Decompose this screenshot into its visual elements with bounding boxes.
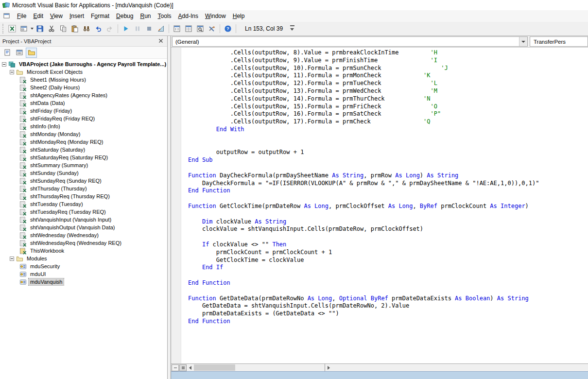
procedure-view-button[interactable]	[172, 364, 179, 371]
tree-item-shtsunday[interactable]: shtSunday (Sunday)	[0, 169, 167, 177]
run-button[interactable]	[120, 23, 132, 34]
insert-userform-button[interactable]	[18, 23, 30, 34]
tree-item-modules[interactable]: Modules	[0, 255, 167, 262]
tree-item-shttuesdayreq[interactable]: shtTuesdayReq (Tuesday REQ)	[0, 208, 167, 216]
toggle-folders-button[interactable]	[26, 48, 37, 58]
view-object-button[interactable]	[14, 48, 25, 58]
child-window-icon[interactable]	[3, 12, 11, 20]
tree-item-shtfriday[interactable]: shtFriday (Friday)	[0, 107, 167, 115]
code-line: Function GetClockTime(prmDateRow As Long…	[188, 203, 588, 210]
excel-sheet-icon	[19, 177, 27, 185]
menu-file[interactable]: File	[14, 11, 30, 21]
view-code-button[interactable]	[1, 48, 13, 58]
save-button[interactable]	[34, 23, 46, 34]
close-icon[interactable]	[157, 37, 165, 45]
excel-sheet-icon	[19, 123, 27, 130]
tree-item-shtvanquishoutput[interactable]: shtVanquishOutput (Vanquish Data)	[0, 224, 167, 231]
collapse-icon[interactable]	[10, 70, 14, 74]
menu-tools[interactable]: Tools	[155, 11, 175, 21]
design-mode-button[interactable]	[155, 23, 167, 34]
tree-item-shtvanquishinput[interactable]: shtVanquishInput (Vanquish Input)	[0, 216, 167, 224]
excel-sheet-icon	[19, 162, 27, 169]
vba-app-icon	[2, 1, 10, 9]
tree-item-mdusecurity[interactable]: mduSecurity	[0, 262, 167, 270]
menu-edit[interactable]: Edit	[30, 11, 47, 21]
tree-item-shtagencyrates[interactable]: shtAgencyRates (Agency Rates)	[0, 91, 167, 99]
tree-item-shtthursdayreq[interactable]: shtThursdayReq (Thursday REQ)	[0, 192, 167, 200]
menu-debug[interactable]: Debug	[113, 11, 137, 21]
code-line	[188, 134, 588, 141]
design-icon	[157, 25, 165, 33]
chevron-down-icon[interactable]	[519, 37, 527, 46]
tree-item-mduui[interactable]: mduUI	[0, 270, 167, 278]
chevron-down-icon[interactable]	[30, 23, 34, 34]
tree-item-shtinfo[interactable]: shtInfo (Info)	[0, 122, 167, 130]
tree-item-shtfridayreq[interactable]: shtFridayReq (Friday REQ)	[0, 115, 167, 122]
menu-view[interactable]: View	[47, 11, 66, 21]
tree-item-label: shtTuesdayReq (Tuesday REQ)	[29, 208, 107, 215]
tree-item-shttuesday[interactable]: shtTuesday (Tuesday)	[0, 200, 167, 208]
view-microsoft-excel-button[interactable]	[6, 23, 18, 34]
userform-icon	[20, 25, 28, 33]
tree-item-shtsummary[interactable]: shtSummary (Summary)	[0, 161, 167, 169]
tree-item-shtthursday[interactable]: shtThursday (Thursday)	[0, 185, 167, 192]
menu-window[interactable]: Window	[202, 11, 229, 21]
tree-item-label: ThisWorkbook	[29, 247, 66, 254]
cut-button[interactable]	[46, 23, 57, 34]
menu-help[interactable]: Help	[229, 11, 248, 21]
tree-item-sheet2[interactable]: Sheet2 (Daily Hours)	[0, 84, 167, 91]
object-dropdown[interactable]: (General)	[172, 36, 528, 47]
view-code-icon	[3, 49, 11, 56]
tree-item-shtsaturday[interactable]: shtSaturday (Saturday)	[0, 146, 167, 154]
scroll-right-arrow[interactable]	[325, 364, 332, 371]
scrollbar-thumb[interactable]	[194, 364, 235, 371]
full-module-view-button[interactable]	[179, 364, 187, 371]
tree-item-shtwednesdayreq[interactable]: shtWednesdayReq (Wednesday REQ)	[0, 239, 167, 247]
code-line: If clockValue <> "" Then	[188, 241, 588, 249]
toolbar-options-button[interactable]	[289, 24, 296, 34]
tree-item-label: mduUI	[29, 271, 47, 277]
menu-insert[interactable]: Insert	[66, 11, 87, 21]
tree-item-shtwednesday[interactable]: shtWednesday (Wednesday)	[0, 231, 167, 239]
tree-item-label: Sheet2 (Daily Hours)	[29, 84, 81, 91]
tree-item-label: shtTuesday (Tuesday)	[29, 201, 85, 207]
collapse-icon[interactable]	[2, 62, 6, 67]
code-line: End Function	[188, 187, 588, 195]
tree-item-shtdata[interactable]: shtData (Data)	[0, 99, 167, 107]
main-toolbar: ? Ln 153, Col 39	[0, 22, 588, 35]
tree-item-label: Microsoft Excel Objects	[25, 69, 84, 75]
tree-item-shtmondayreq[interactable]: shtMondayReq (Monday REQ)	[0, 138, 167, 146]
tree-item-thisworkbook[interactable]: ThisWorkbook	[0, 247, 167, 255]
tree-item-microsoft[interactable]: Microsoft Excel Objects	[0, 68, 167, 76]
properties-window-button[interactable]	[183, 23, 194, 34]
tree-item-shtsaturdayreq[interactable]: shtSaturdayReq (Saturday REQ)	[0, 154, 167, 161]
tree-item-sheet1[interactable]: Sheet1 (Missing Hours)	[0, 76, 167, 84]
menu-format[interactable]: Format	[87, 11, 113, 21]
menu-addins[interactable]: Add-Ins	[175, 11, 202, 21]
paste-button[interactable]	[69, 23, 81, 34]
reset-button[interactable]	[143, 23, 155, 34]
undo-button[interactable]	[92, 23, 104, 34]
find-button[interactable]	[81, 23, 92, 34]
collapse-icon[interactable]	[10, 257, 14, 261]
tree-item-shtmonday[interactable]: shtMonday (Monday)	[0, 130, 167, 138]
code-line: .Cells(outputRow, 11).Formula = prmMonCh…	[188, 72, 588, 80]
procedure-dropdown[interactable]: TransferPers	[530, 36, 588, 47]
tree-item-vbaproject[interactable]: VBAProject (Jake Burroughs - Agency Payr…	[0, 60, 167, 68]
project-explorer-button[interactable]	[171, 23, 183, 34]
code-line: .Cells(outputRow, 9).Value = prmFinishTi…	[188, 57, 588, 65]
code-line	[188, 287, 588, 295]
tree-item-label: mduSecurity	[29, 263, 61, 270]
code-editor[interactable]: .Cells(outputRow, 8).Value = prmbreakClo…	[171, 48, 588, 363]
toolbar-separator	[220, 24, 220, 33]
scroll-left-arrow[interactable]	[187, 364, 194, 371]
scrollbar-track[interactable]	[194, 364, 325, 371]
tree-item-mduvanquish[interactable]: mduVanquish	[0, 278, 167, 286]
toolbar-grip[interactable]	[2, 24, 5, 34]
object-browser-button[interactable]	[194, 23, 206, 34]
toolbox-button[interactable]	[206, 23, 218, 34]
tree-item-shtsundayreq[interactable]: shtSundayReq (Sunday REQ)	[0, 177, 167, 185]
help-button[interactable]: ?	[222, 23, 234, 34]
copy-button[interactable]	[57, 23, 69, 34]
menu-run[interactable]: Run	[137, 11, 154, 21]
